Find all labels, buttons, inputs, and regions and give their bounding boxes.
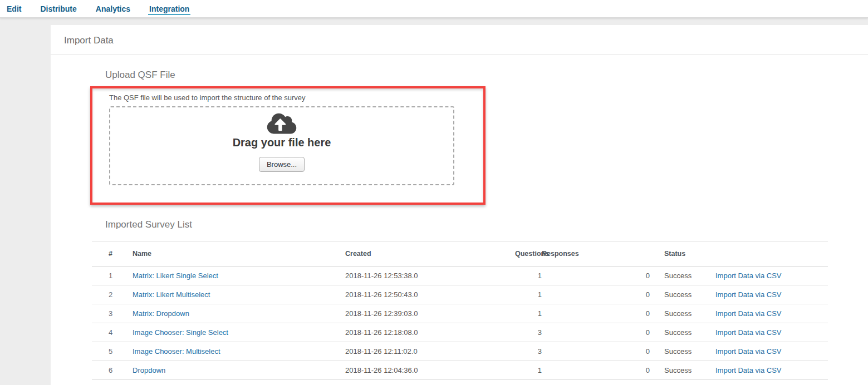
column-header-Status: Status — [650, 241, 715, 266]
nav-item-edit: Edit — [6, 2, 22, 15]
responses-count-cell: 0 — [542, 323, 650, 342]
import-csv-link[interactable]: Import Data via CSV — [715, 347, 782, 356]
row-number-cell: 6 — [92, 361, 133, 380]
created-timestamp-cell: 2018-11-26 12:18:08.0 — [345, 323, 515, 342]
created-timestamp-cell: 2018-11-26 12:04:36.0 — [345, 361, 515, 380]
questions-count-cell: 3 — [515, 323, 542, 342]
import-csv-link[interactable]: Import Data via CSV — [715, 272, 782, 280]
table-row: 5Image Chooser: Multiselect2018-11-26 12… — [92, 342, 828, 361]
row-number-cell: 2 — [92, 285, 133, 304]
top-nav-list: EditDistributeAnalyticsIntegration — [0, 0, 868, 17]
survey-name-link[interactable]: Matrix: Likert Single Select — [133, 272, 218, 280]
panel-divider — [51, 54, 868, 55]
responses-count-cell: 0 — [542, 304, 650, 323]
table-row: 1Matrix: Likert Single Select2018-11-26 … — [92, 266, 828, 285]
row-number-cell: 1 — [92, 266, 133, 285]
questions-count-cell: 3 — [515, 342, 542, 361]
survey-name-link[interactable]: Matrix: Likert Multiselect — [133, 290, 210, 299]
upload-section-heading: Upload QSF File — [105, 70, 175, 81]
top-navbar: EditDistributeAnalyticsIntegration — [0, 0, 868, 18]
import-csv-link[interactable]: Import Data via CSV — [715, 290, 782, 299]
page: EditDistributeAnalyticsIntegration Impor… — [0, 0, 868, 385]
page-title: Import Data — [64, 35, 114, 46]
column-header-Created: Created — [345, 241, 515, 266]
responses-count-cell: 0 — [542, 266, 650, 285]
imported-survey-table: #NameCreatedQuestionsResponsesStatus 1Ma… — [92, 241, 828, 380]
survey-name-link[interactable]: Dropdown — [133, 366, 165, 374]
column-header-action — [715, 241, 828, 266]
table-row: 2Matrix: Likert Multiselect2018-11-26 12… — [92, 285, 828, 304]
questions-count-cell: 1 — [515, 304, 542, 323]
column-header-#: # — [92, 241, 133, 266]
responses-count-cell: 0 — [542, 342, 650, 361]
survey-list-heading: Imported Survey List — [105, 219, 192, 230]
survey-name-link-cell: Matrix: Likert Single Select — [133, 266, 345, 285]
survey-name-link-cell: Image Chooser: Multiselect — [133, 342, 345, 361]
table-row: 3Matrix: Dropdown2018-11-26 12:39:03.010… — [92, 304, 828, 323]
status-label-cell: Success — [650, 266, 715, 285]
nav-link-integration[interactable]: Integration — [148, 2, 190, 15]
nav-link-analytics[interactable]: Analytics — [95, 2, 131, 15]
cloud-upload-icon — [267, 112, 297, 135]
import-csv-link-cell: Import Data via CSV — [715, 361, 828, 380]
import-csv-link[interactable]: Import Data via CSV — [715, 328, 782, 337]
nav-link-distribute[interactable]: Distribute — [39, 2, 77, 15]
nav-item-integration: Integration — [148, 2, 190, 15]
survey-name-link-cell: Image Chooser: Single Select — [133, 323, 345, 342]
import-csv-link-cell: Import Data via CSV — [715, 266, 828, 285]
nav-link-edit[interactable]: Edit — [6, 2, 22, 15]
status-label-cell: Success — [650, 304, 715, 323]
survey-name-link-cell: Dropdown — [133, 361, 345, 380]
created-timestamp-cell: 2018-11-26 12:50:43.0 — [345, 285, 515, 304]
column-header-Responses: Responses — [542, 241, 650, 266]
questions-count-cell: 1 — [515, 266, 542, 285]
browse-button[interactable]: Browse... — [259, 157, 305, 172]
table-row: 6Dropdown2018-11-26 12:04:36.010SuccessI… — [92, 361, 828, 380]
column-header-Questions: Questions — [515, 241, 542, 266]
file-dropzone[interactable]: Drag your file here Browse... — [109, 106, 454, 185]
row-number-cell: 4 — [92, 323, 133, 342]
nav-item-analytics: Analytics — [95, 2, 131, 15]
column-header-Name: Name — [133, 241, 345, 266]
import-data-panel: Import Data Upload QSF File The QSF file… — [51, 25, 868, 385]
table-row: 4Image Chooser: Single Select2018-11-26 … — [92, 323, 828, 342]
row-number-cell: 5 — [92, 342, 133, 361]
questions-count-cell: 1 — [515, 285, 542, 304]
responses-count-cell: 0 — [542, 361, 650, 380]
created-timestamp-cell: 2018-11-26 12:53:38.0 — [345, 266, 515, 285]
status-label-cell: Success — [650, 323, 715, 342]
status-label-cell: Success — [650, 285, 715, 304]
row-number-cell: 3 — [92, 304, 133, 323]
survey-name-link[interactable]: Image Chooser: Single Select — [133, 328, 228, 337]
created-timestamp-cell: 2018-11-26 12:11:02.0 — [345, 342, 515, 361]
questions-count-cell: 1 — [515, 361, 542, 380]
status-label-cell: Success — [650, 361, 715, 380]
survey-name-link-cell: Matrix: Likert Multiselect — [133, 285, 345, 304]
nav-item-distribute: Distribute — [39, 2, 77, 15]
import-csv-link-cell: Import Data via CSV — [715, 323, 828, 342]
status-label-cell: Success — [650, 342, 715, 361]
upload-description: The QSF file will be used to import the … — [109, 93, 306, 102]
dropzone-label: Drag your file here — [233, 136, 331, 149]
import-csv-link-cell: Import Data via CSV — [715, 342, 828, 361]
survey-name-link[interactable]: Matrix: Dropdown — [133, 309, 189, 318]
survey-name-link-cell: Matrix: Dropdown — [133, 304, 345, 323]
annotation-highlight-box: The QSF file will be used to import the … — [90, 86, 486, 205]
survey-name-link[interactable]: Image Chooser: Multiselect — [133, 347, 220, 356]
created-timestamp-cell: 2018-11-26 12:39:03.0 — [345, 304, 515, 323]
survey-table-body: 1Matrix: Likert Single Select2018-11-26 … — [92, 266, 828, 380]
import-csv-link-cell: Import Data via CSV — [715, 285, 828, 304]
import-csv-link[interactable]: Import Data via CSV — [715, 309, 782, 318]
import-csv-link[interactable]: Import Data via CSV — [715, 366, 782, 374]
import-csv-link-cell: Import Data via CSV — [715, 304, 828, 323]
table-header-row: #NameCreatedQuestionsResponsesStatus — [92, 241, 828, 266]
responses-count-cell: 0 — [542, 285, 650, 304]
